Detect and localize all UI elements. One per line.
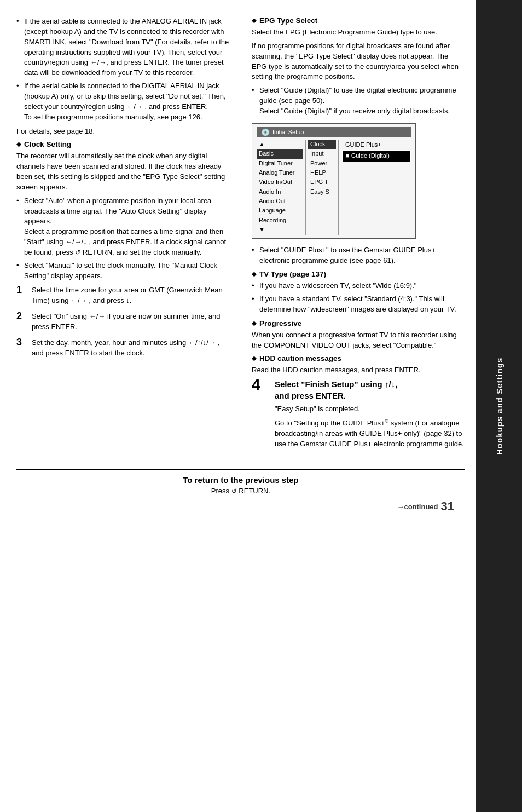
intro-bullet-2-text2: , and press ENTER. xyxy=(144,102,208,111)
page-container: If the aerial cable is connected to the … xyxy=(0,0,522,812)
menu-mid-input: Input xyxy=(308,149,336,158)
big-step-4-num: 4 xyxy=(252,376,271,394)
big-step-4-p2: Go to "Setting up the GUIDE Plus+® syste… xyxy=(275,418,465,450)
menu-mid-epgt: EPG T xyxy=(308,177,336,187)
hdd-caution-p1: Read the HDD caution messages, and press… xyxy=(252,365,465,376)
step-2-text: Select "On" using xyxy=(32,312,87,320)
epg-bullet-1-text: Select "Guide (Digital)" to use the digi… xyxy=(259,86,456,105)
cd-icon: 💿 xyxy=(261,128,270,136)
step-1-period: . xyxy=(130,296,132,304)
menu-item-language: Language xyxy=(257,206,303,215)
diamond-icon-5: ◆ xyxy=(252,355,256,362)
menu-left-down-arrow: ▼ xyxy=(257,225,303,234)
menu-title-bar: 💿 Initial Setup xyxy=(257,127,411,137)
left-column: If the aerial cable is connected to the … xyxy=(16,16,235,460)
bottom-bar: →continued 31 xyxy=(16,495,465,514)
menu-left-panel: ▲ Basic Digital Tuner Analog Tuner Video… xyxy=(257,140,306,235)
footer: To return to the previous step Press ↺ R… xyxy=(16,475,465,495)
right-column: ◆ EPG Type Select Select the EPG (Electr… xyxy=(252,16,465,460)
menu-item-analog-tuner: Analog Tuner xyxy=(257,168,303,177)
epg-type-p2: If no programme positions for digital br… xyxy=(252,41,465,82)
arrow-lr-2: ←/→ xyxy=(126,102,143,111)
arrow-lr-1: ←/→ xyxy=(90,58,107,66)
menu-right-panel: GUIDE Plus+ ■ Guide (Digital) xyxy=(339,140,411,235)
progressive-label: Progressive xyxy=(259,319,301,327)
diamond-icon-3: ◆ xyxy=(252,270,256,278)
step-2: 2 Select "On" using ←/→ if you are now o… xyxy=(16,312,230,332)
menu-left-up-arrow: ▲ xyxy=(257,140,303,149)
clock-setting-label: Clock Setting xyxy=(24,140,71,148)
diamond-icon-4: ◆ xyxy=(252,320,256,327)
menu-item-digital-tuner: Digital Tuner xyxy=(257,159,303,168)
hdd-caution-title: ◆ HDD caution messages xyxy=(252,354,465,362)
big-step-4-instruction: Select "Finish Setup" using ↑/↓,and pres… xyxy=(275,378,465,401)
diamond-icon-2: ◆ xyxy=(252,17,256,24)
return-icon-footer: ↺ xyxy=(231,487,237,495)
footer-return-word: RETURN. xyxy=(239,487,270,495)
big-step-4-p1: "Easy Setup" is completed. xyxy=(275,404,465,414)
step-2-content: Select "On" using ←/→ if you are now on … xyxy=(32,312,230,332)
menu-item-audio-out: Audio Out xyxy=(257,197,303,206)
main-content: If the aerial cable is connected to the … xyxy=(0,0,476,812)
menu-body: ▲ Basic Digital Tuner Analog Tuner Video… xyxy=(257,140,411,235)
tv-type-title: ◆ TV Type (page 137) xyxy=(252,270,465,278)
epg-type-p1: Select the EPG (Electronic Programme Gui… xyxy=(252,27,465,38)
menu-item-basic: Basic xyxy=(257,149,303,158)
guide-plus-bullet: Select "GUIDE Plus+" to use the Gemstar … xyxy=(252,245,465,266)
clock-auto-sub3: RETURN, and set the clock manually. xyxy=(83,248,201,256)
divider xyxy=(16,469,465,470)
epg-bullet-1-sub: Select "Guide (Digital)" if you receive … xyxy=(259,107,450,115)
step-3-text: Set the day, month, year, hour and minut… xyxy=(32,338,186,347)
step-3-arrow: ←/↑/↓/→ xyxy=(188,338,216,347)
step-2-arrow: ←/→ xyxy=(89,312,106,320)
footer-content: Press ↺ RETURN. xyxy=(16,487,465,495)
step-1-arrow: ←/→ xyxy=(71,296,87,304)
tv-type-bullets: If you have a widescreen TV, select "Wid… xyxy=(252,281,465,315)
menu-screenshot: 💿 Initial Setup ▲ Basic Digital Tuner An… xyxy=(252,123,416,239)
step-1-num: 1 xyxy=(16,284,28,296)
return-icon-1: ↺ xyxy=(75,249,80,256)
tv-type-bullet-2: If you have a standard TV, select "Stand… xyxy=(252,294,465,315)
big-step-4: 4 Select "Finish Setup" using ↑/↓,and pr… xyxy=(252,378,465,453)
menu-item-recording: Recording xyxy=(257,216,303,225)
tv-type-label: TV Type (page 137) xyxy=(259,270,326,278)
two-col-layout: If the aerial cable is connected to the … xyxy=(16,16,465,460)
clock-auto-text: Select "Auto" when a programme position … xyxy=(24,197,211,226)
for-details: For details, see page 18. xyxy=(16,126,230,137)
side-tab-text: Hookups and Settings xyxy=(495,357,504,454)
clock-auto-arrow: ←/→/↓ xyxy=(65,238,87,246)
menu-mid-help: HELP xyxy=(308,168,336,177)
progressive-title: ◆ Progressive xyxy=(252,319,465,327)
diamond-icon: ◆ xyxy=(16,141,21,148)
menu-mid-clock: Clock xyxy=(308,140,336,149)
clock-setting-title: ◆ Clock Setting xyxy=(16,140,230,148)
menu-mid-power: Power xyxy=(308,159,336,168)
clock-bullet-auto: Select "Auto" when a programme position … xyxy=(16,196,230,258)
step-1-text2: , and press xyxy=(89,296,126,304)
hdd-caution-label: HDD caution messages xyxy=(259,354,341,362)
epg-bullet-1: Select "Guide (Digital)" to use the digi… xyxy=(252,85,465,117)
clock-bullets: Select "Auto" when a programme position … xyxy=(16,196,230,281)
step-1-content: Select the time zone for your area or GM… xyxy=(32,285,230,306)
step-3: 3 Set the day, month, year, hour and min… xyxy=(16,338,230,359)
intro-bullet-1: If the aerial cable is connected to the … xyxy=(16,16,230,78)
menu-right-guide-digital: ■ Guide (Digital) xyxy=(342,150,411,162)
intro-bullet-2-sub: To set the programme positions manually,… xyxy=(24,113,202,121)
clock-setting-p1: The recorder will automatically set the … xyxy=(16,151,230,192)
epg-type-bullets: Select "Guide (Digital)" to use the digi… xyxy=(252,85,465,117)
clock-bullet-manual: Select "Manual" to set the clock manuall… xyxy=(16,261,230,281)
menu-item-video-in-out: Video In/Out xyxy=(257,177,303,187)
continued-arrow: →continued xyxy=(397,503,438,511)
page-number: 31 xyxy=(441,499,454,514)
menu-item-audio-in: Audio In xyxy=(257,187,303,197)
footer-title: To return to the previous step xyxy=(16,475,465,485)
menu-mid-panel: Clock Input Power HELP EPG T Easy S xyxy=(306,140,339,235)
guide-plus-bullets: Select "GUIDE Plus+" to use the Gemstar … xyxy=(252,245,465,266)
menu-right-guide-plus: GUIDE Plus+ xyxy=(342,140,411,150)
clock-manual-text: Select "Manual" to set the clock manuall… xyxy=(24,261,217,280)
step-1: 1 Select the time zone for your area or … xyxy=(16,285,230,306)
tv-type-bullet-1: If you have a widescreen TV, select "Wid… xyxy=(252,281,465,291)
progressive-p1: When you connect a progressive format TV… xyxy=(252,330,465,351)
intro-bullets: If the aerial cable is connected to the … xyxy=(16,16,230,122)
step-3-content: Set the day, month, year, hour and minut… xyxy=(32,338,230,359)
